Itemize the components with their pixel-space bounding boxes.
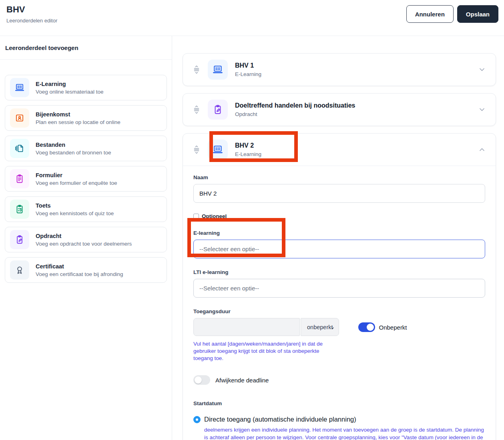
page-title: BHV: [6, 4, 57, 15]
unlimited-toggle-label: Onbeperkt: [379, 324, 407, 331]
item-title: Doeltreffend handelen bij noodsituaties: [235, 102, 478, 109]
sidebar-item-description: Voeg een formulier of enquête toe: [36, 180, 117, 186]
header: BHV Leeronderdelen editor Annuleren Opsl…: [0, 0, 504, 36]
direct-access-radio[interactable]: [193, 416, 201, 423]
startdate-label: Startdatum: [193, 400, 485, 406]
optional-label: Optioneel: [202, 213, 227, 219]
sidebar-item-bijeenkomst[interactable]: Bijeenkomst Plan een sessie op locatie o…: [5, 105, 167, 131]
access-duration-unit-value: onbeperkt: [307, 324, 333, 330]
card-header[interactable]: BHV 2 E-Learning: [183, 134, 496, 166]
sidebar-item-formulier[interactable]: Formulier Voeg een formulier of enquête …: [5, 166, 167, 192]
save-button[interactable]: Opslaan: [457, 5, 498, 23]
chevron-down-icon[interactable]: [478, 106, 486, 114]
sidebar-item-bestanden[interactable]: Bestanden Voeg bestanden of bronnen toe: [5, 136, 167, 161]
sidebar-item-label: Bijeenkomst: [36, 111, 120, 118]
elearning-label: E-learning: [193, 230, 485, 236]
deviating-deadline-label: Afwijkende deadline: [215, 377, 269, 384]
elearning-select[interactable]: --Selecteer een optie--: [193, 240, 485, 258]
direct-access-help-text: deelnemers krijgen een individuele plann…: [204, 426, 485, 440]
item-title: BHV 2: [235, 142, 478, 149]
sidebar-item-description: Voeg een kennistoets of quiz toe: [36, 210, 114, 216]
leeronderdelen-editor-page: BHV Leeronderdelen editor Annuleren Opsl…: [0, 0, 504, 440]
form-icon: [10, 169, 29, 188]
card-header[interactable]: Doeltreffend handelen bij noodsituaties …: [183, 94, 496, 126]
sidebar-item-toets[interactable]: Toets Voeg een kennistoets of quiz toe: [5, 196, 167, 222]
sidebar-item-opdracht[interactable]: Opdracht Voeg een opdracht toe voor deel…: [5, 227, 167, 252]
lti-elearning-select[interactable]: --Selecteer een optie--: [193, 279, 485, 298]
meeting-icon: [10, 108, 29, 128]
direct-access-radio-row[interactable]: Directe toegang (automatische individuel…: [193, 416, 485, 423]
header-actions: Annuleren Opslaan: [406, 0, 498, 36]
sidebar-item-label: Bestanden: [36, 142, 111, 148]
optional-checkbox-row[interactable]: Optioneel: [193, 213, 485, 219]
sidebar-item-label: E-Learning: [36, 81, 104, 87]
sidebar-heading: Leeronderdeel toevoegen: [0, 36, 172, 60]
quiz-icon: [10, 200, 29, 219]
elearning-icon: [208, 140, 228, 160]
sidebar-item-certificaat[interactable]: Certificaat Voeg een certificaat toe bij…: [5, 257, 167, 283]
sidebar-item-label: Formulier: [36, 172, 117, 178]
card-header[interactable]: BHV 1 E-Learning: [183, 54, 496, 86]
sidebar-item-label: Opdracht: [36, 233, 132, 239]
access-duration-unit-select[interactable]: onbeperkt: [301, 318, 339, 336]
direct-access-radio-label: Directe toegang (automatische individuel…: [204, 416, 356, 423]
sidebar-item-description: Voeg een opdracht toe voor deelnemers: [36, 241, 132, 247]
sidebar-item-label: Toets: [36, 202, 114, 209]
sidebar-item-description: Voeg een certificaat toe bij afronding: [36, 271, 123, 277]
sidebar-item-elearning[interactable]: E-Learning Voeg online lesmateriaal toe: [5, 75, 167, 100]
learning-item-card-bhv2: BHV 2 E-Learning Naam Optioneel: [183, 133, 496, 440]
caret-down-icon: [331, 325, 335, 331]
cancel-button[interactable]: Annuleren: [406, 5, 454, 23]
files-icon: [10, 139, 29, 158]
drag-handle-icon[interactable]: [193, 105, 200, 114]
page-subtitle: Leeronderdelen editor: [6, 18, 57, 24]
sidebar-item-description: Voeg online lesmateriaal toe: [36, 89, 104, 95]
sidebar-item-label: Certificaat: [36, 263, 123, 270]
chevron-up-icon[interactable]: [478, 146, 486, 154]
item-type: E-Learning: [235, 151, 478, 157]
access-duration-label: Toegangsduur: [193, 308, 485, 314]
unlimited-toggle[interactable]: [358, 322, 375, 332]
item-type: Opdracht: [235, 111, 478, 117]
optional-checkbox[interactable]: [193, 214, 199, 219]
learning-item-card-doeltreffend: Doeltreffend handelen bij noodsituaties …: [183, 93, 496, 126]
item-edit-form: Naam Optioneel E-learning --Selecteer ee…: [183, 166, 496, 440]
deviating-deadline-toggle[interactable]: [193, 375, 210, 385]
assignment-icon: [10, 230, 29, 249]
elearning-icon: [10, 78, 29, 97]
elearning-icon: [208, 60, 228, 80]
name-label: Naam: [193, 174, 485, 180]
access-duration-help-text: Vul het aantal [dagen/weken/maanden/jare…: [193, 340, 332, 362]
learning-item-card-bhv1: BHV 1 E-Learning: [183, 53, 496, 86]
header-titles: BHV Leeronderdelen editor: [6, 0, 57, 36]
lti-elearning-label: LTI e-learning: [193, 269, 485, 275]
drag-handle-icon[interactable]: [193, 65, 200, 74]
sidebar-item-description: Plan een sessie op locatie of online: [36, 119, 120, 125]
access-duration-input[interactable]: [193, 318, 300, 336]
sidebar-list: E-Learning Voeg online lesmateriaal toe …: [0, 60, 172, 283]
drag-handle-icon[interactable]: [193, 145, 200, 154]
sidebar-item-description: Voeg bestanden of bronnen toe: [36, 150, 111, 156]
main-panel: BHV 1 E-Learning: [172, 36, 504, 440]
content: Leeronderdeel toevoegen E-Learning Voeg: [0, 36, 504, 440]
certificate-icon: [10, 260, 29, 280]
item-title: BHV 1: [235, 62, 478, 69]
chevron-down-icon[interactable]: [478, 66, 486, 74]
item-type: E-Learning: [235, 71, 478, 77]
assignment-icon: [208, 100, 228, 120]
name-input[interactable]: [193, 184, 485, 203]
sidebar: Leeronderdeel toevoegen E-Learning Voeg: [0, 36, 172, 440]
